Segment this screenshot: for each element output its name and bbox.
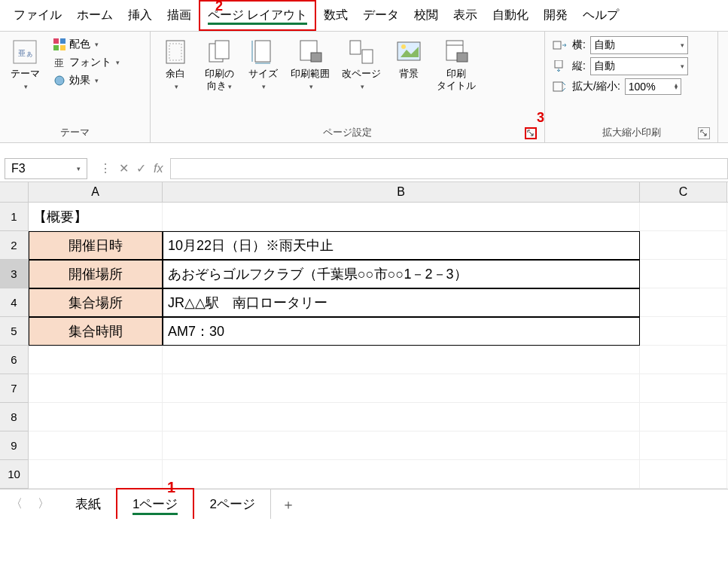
cell[interactable]: あおぞらゴルフクラブ（千葉県○○市○○1－2－3） <box>163 260 640 288</box>
confirm-icon[interactable]: ✓ <box>136 161 146 175</box>
colors-button[interactable]: 配色▾ <box>50 36 123 53</box>
background-button[interactable]: 背景 <box>390 36 428 81</box>
cell[interactable]: 開催場所 <box>29 260 163 288</box>
cell[interactable] <box>29 431 163 460</box>
print-area-button[interactable]: 印刷範囲▾ <box>288 36 333 93</box>
cell[interactable]: 集合場所 <box>29 288 163 317</box>
row-header[interactable]: 6 <box>0 346 29 374</box>
tab-prev-icon[interactable]: 〈 <box>11 496 23 512</box>
menu-review[interactable]: 校閲 <box>407 2 446 29</box>
col-header-C[interactable]: C <box>640 182 727 202</box>
page-setup-dialog-launcher[interactable] <box>525 127 537 139</box>
sheet-tab-cover[interactable]: 表紙 <box>60 489 116 519</box>
launcher-icon <box>527 130 535 137</box>
cell[interactable] <box>29 374 163 403</box>
row-header[interactable]: 8 <box>0 403 29 431</box>
row-header[interactable]: 10 <box>0 460 29 489</box>
cell[interactable] <box>163 460 640 489</box>
grid-row: 9 <box>0 431 728 460</box>
breaks-button[interactable]: 改ページ▾ <box>339 36 384 93</box>
cell[interactable] <box>640 288 727 317</box>
row-header[interactable]: 2 <box>0 231 29 260</box>
cell[interactable] <box>640 460 727 489</box>
menu-view[interactable]: 表示 <box>446 2 485 29</box>
themes-icon: 亜ぁ <box>10 38 40 66</box>
name-box[interactable]: F3▾ <box>5 158 87 179</box>
cell[interactable] <box>29 460 163 489</box>
add-sheet-button[interactable]: ＋ <box>271 489 306 520</box>
orientation-button[interactable]: 印刷の 向き▾ <box>200 36 238 93</box>
menu-draw[interactable]: 描画 <box>160 2 199 29</box>
height-dropdown[interactable]: 自動▾ <box>590 57 688 75</box>
print-titles-button[interactable]: 印刷 タイトル <box>434 36 479 93</box>
row-header[interactable]: 4 <box>0 288 29 317</box>
cell[interactable] <box>640 346 727 374</box>
cell[interactable] <box>163 431 640 460</box>
fonts-button[interactable]: 亜 フォント▾ <box>50 54 123 71</box>
menu-data[interactable]: データ <box>355 2 407 29</box>
sheet-tab-page2[interactable]: 2ページ <box>194 489 270 519</box>
group-label-scale: 拡大縮小印刷 <box>551 124 711 141</box>
size-button[interactable]: サイズ▾ <box>244 36 282 93</box>
cell[interactable]: AM7：30 <box>163 317 640 346</box>
width-dropdown[interactable]: 自動▾ <box>590 36 688 54</box>
cell[interactable]: 10月22日（日）※雨天中止 <box>163 231 640 260</box>
row-header[interactable]: 1 <box>0 203 29 231</box>
row-header[interactable]: 7 <box>0 374 29 403</box>
svg-rect-11 <box>215 41 229 59</box>
scale-dialog-launcher[interactable] <box>698 127 710 139</box>
col-header-B[interactable]: B <box>163 182 640 202</box>
cell[interactable] <box>640 403 727 431</box>
menu-automate[interactable]: 自動化 <box>485 2 536 29</box>
cell[interactable] <box>163 403 640 431</box>
select-all-corner[interactable] <box>0 182 29 202</box>
orientation-icon <box>204 38 234 66</box>
cell[interactable] <box>640 317 727 346</box>
cell[interactable] <box>163 203 640 231</box>
sheet-tab-page1[interactable]: 1ページ <box>116 488 194 519</box>
cell[interactable] <box>640 203 727 231</box>
svg-rect-16 <box>311 53 321 62</box>
size-icon <box>248 38 278 66</box>
row-header[interactable]: 5 <box>0 317 29 346</box>
cell[interactable]: 【概要】 <box>29 203 163 231</box>
grid-row: 4集合場所JR△△駅 南口ロータリー <box>0 288 728 317</box>
menu-help[interactable]: ヘルプ <box>575 2 626 29</box>
cell[interactable] <box>640 260 727 288</box>
group-label-theme: テーマ <box>6 124 144 141</box>
ribbon-group-page-setup: 余白▾ 印刷の 向き▾ サイズ▾ 印刷範囲▾ 改ページ▾ 背景 <box>151 32 545 142</box>
cell[interactable] <box>163 374 640 403</box>
cell[interactable]: 集合時間 <box>29 317 163 346</box>
svg-rect-25 <box>553 41 561 49</box>
tab-next-icon[interactable]: 〉 <box>38 496 50 512</box>
row-header[interactable]: 9 <box>0 431 29 460</box>
menu-file[interactable]: ファイル <box>6 2 69 29</box>
margins-button[interactable]: 余白▾ <box>157 36 194 93</box>
cell[interactable] <box>640 431 727 460</box>
cell[interactable] <box>640 231 727 260</box>
menu-home[interactable]: ホーム <box>69 2 120 29</box>
fx-icon[interactable]: fx <box>154 162 163 175</box>
formula-input[interactable] <box>170 158 728 179</box>
menu-formulas[interactable]: 数式 <box>316 2 355 29</box>
height-icon <box>551 59 568 73</box>
vdots-icon[interactable]: ⋮ <box>99 161 111 175</box>
themes-button[interactable]: 亜ぁ テーマ▾ <box>6 36 44 93</box>
height-label: 縦: <box>572 59 586 73</box>
cancel-icon[interactable]: ✕ <box>119 161 129 175</box>
effects-button[interactable]: 効果▾ <box>50 72 123 89</box>
width-icon <box>551 38 568 52</box>
cell[interactable] <box>163 346 640 374</box>
row-header[interactable]: 3 <box>0 260 29 288</box>
menu-developer[interactable]: 開発 <box>536 2 575 29</box>
group-label-page-setup: ページ設定 <box>157 124 538 141</box>
cell[interactable] <box>29 346 163 374</box>
cell[interactable]: 開催日時 <box>29 231 163 260</box>
menu-insert[interactable]: 挿入 <box>120 2 160 29</box>
cell[interactable] <box>29 403 163 431</box>
svg-text:亜: 亜 <box>54 57 64 69</box>
scale-spinbox[interactable]: 100%▴▾ <box>625 78 681 95</box>
cell[interactable]: JR△△駅 南口ロータリー <box>163 288 640 317</box>
col-header-A[interactable]: A <box>29 182 163 202</box>
cell[interactable] <box>640 374 727 403</box>
